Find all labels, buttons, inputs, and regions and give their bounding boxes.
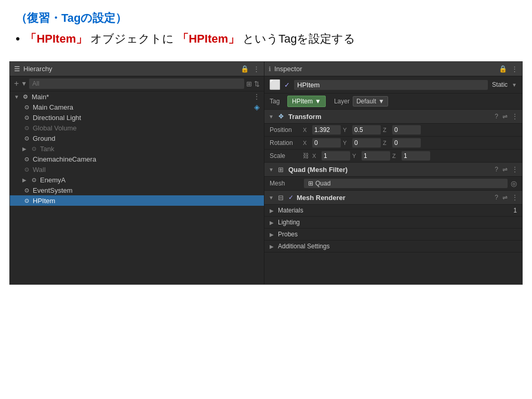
additional-arrow: ▶	[270, 244, 274, 249]
transform-header[interactable]: ▼ ✥ Transform ? ⇌ ⋮	[264, 110, 522, 124]
layer-value: Default	[356, 98, 376, 105]
item-label-cinemachine: CinemachineCamera	[33, 155, 96, 163]
inspector-content: ⬜ ✓ Static ▼ Tag HPItem ▼ Layer Default …	[264, 76, 522, 284]
position-z-input[interactable]	[392, 125, 421, 135]
object-icon-wall: ⊙	[22, 165, 31, 174]
hierarchy-item-cinemachine[interactable]: ⊙ CinemachineCamera	[10, 154, 264, 164]
lighting-label: Lighting	[278, 219, 300, 226]
object-icon-globalvolume: ⊙	[22, 124, 31, 132]
object-name-input[interactable]	[294, 80, 488, 90]
search-input[interactable]	[29, 78, 244, 89]
hierarchy-item-maincamera[interactable]: ⊙ Main Camera ◈	[10, 102, 264, 112]
annotation-title: （復習・Tagの設定）	[16, 10, 516, 26]
mesh-filter-header[interactable]: ▼ ⊞ Quad (Mesh Filter) ? ⇌ ⋮	[264, 163, 522, 177]
mesh-value-text: Quad	[315, 180, 330, 187]
hierarchy-item-directionallight[interactable]: ⊙ Directional Light	[10, 112, 264, 123]
inspector-title: Inspector	[274, 65, 496, 73]
hierarchy-item-enemya[interactable]: ▶ ⊙ EnemyA	[10, 175, 264, 185]
additional-label: Additional Settings	[278, 243, 329, 250]
rotation-z-label: Z	[383, 140, 390, 146]
scale-x-input[interactable]	[322, 151, 350, 161]
scale-z-input[interactable]	[402, 151, 430, 161]
mesh-target-icon[interactable]: ◎	[511, 179, 517, 188]
probes-label: Probes	[278, 231, 298, 238]
hierarchy-menu-icon: ☰	[14, 65, 20, 73]
mesh-filter-icon: ⊞	[277, 165, 285, 174]
position-x-input[interactable]	[312, 125, 341, 135]
active-checkbox[interactable]: ✓	[284, 81, 290, 89]
mesh-renderer-icons: ? ⇌ ⋮	[495, 194, 518, 201]
rotation-z-input[interactable]	[392, 138, 421, 148]
scale-x-label: X	[312, 153, 320, 159]
layer-dropdown[interactable]: Default ▼	[353, 96, 388, 107]
hierarchy-item-wall[interactable]: ⊙ Wall	[10, 164, 264, 175]
transform-icon: ✥	[277, 112, 285, 121]
scale-y-input[interactable]	[362, 151, 390, 161]
materials-label: Materials	[278, 207, 303, 214]
hierarchy-item-hpitem[interactable]: ⊙ HPItem	[10, 195, 264, 206]
mesh-renderer-checkbox[interactable]: ✓	[288, 194, 294, 201]
scale-label: Scale	[270, 152, 301, 159]
hierarchy-header: ☰ Hierarchy 🔒 ⋮	[10, 62, 264, 76]
add-button[interactable]: +	[14, 79, 19, 88]
annotation-bullet: • 「HPItem」 オブジェクトに 「HPItem」 というTagを設定する	[16, 31, 516, 47]
expand-arrow-tank: ▶	[22, 146, 29, 152]
arrow-button[interactable]: ▼	[21, 80, 27, 87]
bullet-text-1: オブジェクトに	[90, 31, 174, 47]
transform-more-icon[interactable]: ⋮	[512, 113, 518, 120]
hierarchy-header-icons: 🔒 ⋮	[241, 65, 260, 73]
hierarchy-item-eventsystem[interactable]: ⊙ EventSystem	[10, 185, 264, 195]
materials-count: 1	[513, 207, 517, 214]
rotation-y-input[interactable]	[352, 138, 381, 148]
layer-label: Layer	[334, 98, 350, 105]
mesh-renderer-settings[interactable]: ⇌	[502, 194, 508, 201]
filter-icon[interactable]: ⊞	[246, 80, 252, 88]
mesh-renderer-more[interactable]: ⋮	[512, 194, 518, 201]
materials-arrow: ▶	[270, 208, 274, 214]
mesh-filter-settings[interactable]: ⇌	[502, 166, 508, 173]
object-name-row: ⬜ ✓ Static ▼	[264, 76, 522, 94]
tag-value: HPItem	[292, 98, 313, 105]
rotation-y-label: Y	[343, 140, 350, 146]
inspector-lock-icon[interactable]: 🔒	[499, 65, 507, 73]
additional-settings-foldout[interactable]: ▶ Additional Settings	[264, 241, 522, 252]
position-y-label: Y	[343, 127, 350, 133]
mesh-field: Mesh ⊞ Quad ◎	[264, 177, 522, 191]
object-icon-ground: ⊙	[22, 134, 31, 142]
editor-area: ☰ Hierarchy 🔒 ⋮ + ▼ ⊞ ⇅ ▼ ⚙ Main* ⋮ ⊙	[9, 61, 523, 285]
hierarchy-items: ▼ ⚙ Main* ⋮ ⊙ Main Camera ◈ ⊙ Directiona…	[10, 91, 264, 206]
hierarchy-item-tank[interactable]: ▶ ⊙ Tank	[10, 143, 264, 154]
rotation-x-input[interactable]	[312, 138, 341, 148]
hierarchy-item-ground[interactable]: ⊙ Ground	[10, 133, 264, 143]
mesh-filter-title: Quad (Mesh Filter)	[288, 166, 491, 174]
transform-settings-icon[interactable]: ⇌	[502, 113, 508, 120]
lock-icon[interactable]: 🔒	[241, 65, 249, 73]
mesh-renderer-header[interactable]: ▼ ⊟ ✓ Mesh Renderer ? ⇌ ⋮	[264, 191, 522, 205]
position-z-label: Z	[383, 127, 390, 133]
mesh-filter-more[interactable]: ⋮	[512, 166, 518, 173]
inspector-header: ℹ Inspector 🔒 ⋮	[264, 62, 522, 76]
lighting-foldout[interactable]: ▶ Lighting	[264, 217, 522, 229]
tag-dropdown[interactable]: HPItem ▼	[287, 96, 326, 107]
item-label-dirlight: Directional Light	[33, 114, 81, 122]
item-label-hpitem: HPItem	[33, 197, 55, 205]
position-y-input[interactable]	[352, 125, 381, 135]
mesh-filter-collapse: ▼	[269, 167, 274, 172]
expand-arrow-enemya: ▶	[22, 177, 29, 183]
sort-icon[interactable]: ⇅	[254, 80, 260, 88]
static-dropdown-arrow[interactable]: ▼	[512, 82, 517, 88]
position-x-label: X	[303, 127, 310, 133]
transform-component-icons: ? ⇌ ⋮	[495, 113, 518, 120]
item-label-ground: Ground	[33, 135, 55, 142]
transform-help-icon[interactable]: ?	[495, 113, 498, 120]
inspector-more-icon[interactable]: ⋮	[511, 65, 518, 73]
mesh-renderer-help[interactable]: ?	[495, 194, 498, 201]
materials-foldout[interactable]: ▶ Materials 1	[264, 205, 522, 217]
probes-foldout[interactable]: ▶ Probes	[264, 229, 522, 241]
more-icon[interactable]: ⋮	[253, 65, 260, 73]
hierarchy-item-globalvolume[interactable]: ⊙ Global Volume	[10, 123, 264, 133]
object-icon-cinemachine: ⊙	[22, 155, 31, 163]
mesh-filter-help[interactable]: ?	[495, 166, 498, 173]
hierarchy-item-main[interactable]: ▼ ⚙ Main* ⋮	[10, 91, 264, 102]
tag-arrow: ▼	[315, 98, 321, 105]
